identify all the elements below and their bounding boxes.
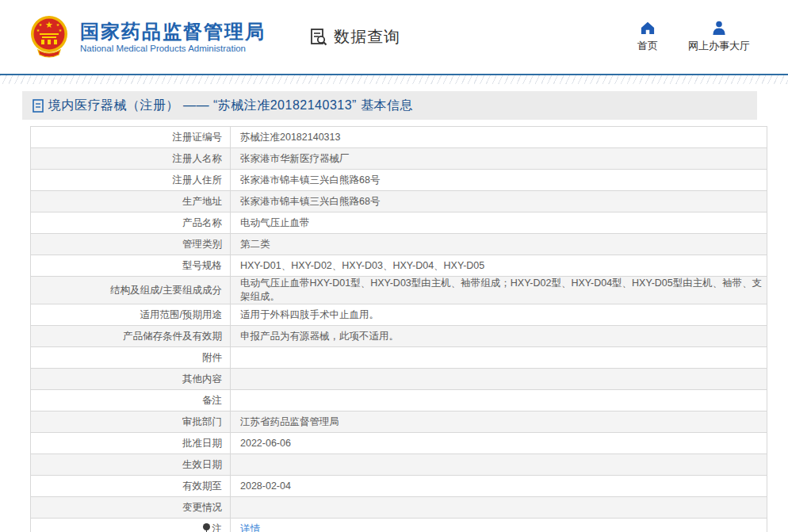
row-label: 注 <box>31 519 231 532</box>
row-value: 苏械注准20182140313 <box>231 127 767 148</box>
person-icon <box>711 21 727 35</box>
table-row: 附件 <box>31 347 767 369</box>
row-label: 产品名称 <box>31 212 231 234</box>
table-row: 有效期至 2028-02-04 <box>31 476 767 497</box>
table-row: 变更情况 <box>31 497 767 519</box>
svg-text:★: ★ <box>56 22 60 27</box>
top-nav: 首页 网上办事大厅 <box>637 21 750 53</box>
row-value: 江苏省药品监督管理局 <box>231 411 767 433</box>
home-icon <box>640 21 656 35</box>
table-row: 型号规格 HXY-D01、HXY-D02、HXY-D03、HXY-D04、HXY… <box>31 255 767 277</box>
row-value <box>231 347 767 369</box>
table-row: 注册人名称 张家港市华新医疗器械厂 <box>31 148 767 170</box>
table-row: 适用范围/预期用途 适用于外科四肢手术中止血用。 <box>31 304 767 326</box>
page-title: 境内医疗器械（注册） —— “苏械注准20182140313” 基本信息 <box>48 98 413 114</box>
table-row: 管理类别 第二类 <box>31 234 767 255</box>
national-emblem-icon: ★ ★ ★ ★ ★ <box>28 14 71 60</box>
row-label: 生产地址 <box>31 191 231 212</box>
row-label: 附件 <box>31 347 231 369</box>
page-title-bar: 境内医疗器械（注册） —— “苏械注准20182140313” 基本信息 <box>22 91 757 120</box>
row-value: 电动气压止血带HXY-D01型、HXY-D03型由主机、袖带组成；HXY-D02… <box>231 277 767 304</box>
table-row: 产品名称 电动气压止血带 <box>31 212 767 234</box>
row-label: 结构及组成/主要组成成分 <box>31 277 231 304</box>
row-label: 变更情况 <box>31 497 231 519</box>
site-title: 国家药品监督管理局 National Medical Products Admi… <box>80 21 266 54</box>
table-row: 生效日期 <box>31 454 767 476</box>
row-label: 产品储存条件及有效期 <box>31 326 231 347</box>
nav-item-service-hall[interactable]: 网上办事大厅 <box>688 21 750 53</box>
row-value: 第二类 <box>231 234 767 255</box>
row-value: 电动气压止血带 <box>231 212 767 234</box>
document-icon <box>33 99 44 113</box>
row-label: 注册人住所 <box>31 170 231 191</box>
doc-search-icon <box>309 28 328 47</box>
table-row: 产品储存条件及有效期 申报产品为有源器械，此项不适用。 <box>31 326 767 347</box>
row-label: 注册证编号 <box>31 127 231 148</box>
info-table: 注册证编号 苏械注准20182140313 注册人名称 张家港市华新医疗器械厂 … <box>30 126 767 532</box>
row-label: 注册人名称 <box>31 148 231 170</box>
row-value <box>231 497 767 519</box>
table-row: 生产地址 张家港市锦丰镇三兴白熊路68号 <box>31 191 767 212</box>
row-value: 张家港市华新医疗器械厂 <box>231 148 767 170</box>
row-label: 适用范围/预期用途 <box>31 304 231 326</box>
table-row: 其他内容 <box>31 369 767 390</box>
row-label: 管理类别 <box>31 234 231 255</box>
table-row: 审批部门 江苏省药品监督管理局 <box>31 411 767 433</box>
row-value: 2028-02-04 <box>231 476 767 497</box>
row-value: 张家港市锦丰镇三兴白熊路68号 <box>231 191 767 212</box>
nav-item-home[interactable]: 首页 <box>637 21 658 53</box>
table-row: 注册人住所 张家港市锦丰镇三兴白熊路68号 <box>31 170 767 191</box>
site-title-en: National Medical Products Administration <box>80 44 266 53</box>
row-label: 生效日期 <box>31 454 231 476</box>
table-row: 备注 <box>31 390 767 411</box>
table-row: 注 详情 <box>31 519 767 532</box>
row-value: HXY-D01、HXY-D02、HXY-D03、HXY-D04、HXY-D05 <box>231 255 767 277</box>
table-row: 批准日期 2022-06-06 <box>31 433 767 454</box>
row-label: 审批部门 <box>31 411 231 433</box>
hatch-strip <box>0 75 788 84</box>
row-label: 有效期至 <box>31 476 231 497</box>
pin-icon <box>203 523 210 532</box>
row-value <box>231 454 767 476</box>
row-value: 适用于外科四肢手术中止血用。 <box>231 304 767 326</box>
info-table-body: 注册证编号 苏械注准20182140313 注册人名称 张家港市华新医疗器械厂 … <box>31 127 767 532</box>
site-title-cn: 国家药品监督管理局 <box>80 21 266 43</box>
table-row: 结构及组成/主要组成成分 电动气压止血带HXY-D01型、HXY-D03型由主机… <box>31 277 767 304</box>
data-query-nav[interactable]: 数据查询 <box>309 26 400 48</box>
row-label: 备注 <box>31 390 231 411</box>
nav-item-label: 首页 <box>637 39 658 53</box>
row-label: 其他内容 <box>31 369 231 390</box>
row-value: 2022-06-06 <box>231 433 767 454</box>
data-query-label: 数据查询 <box>334 26 400 48</box>
svg-text:★: ★ <box>36 28 40 33</box>
table-row: 注册证编号 苏械注准20182140313 <box>31 127 767 148</box>
detail-link[interactable]: 详情 <box>240 523 260 532</box>
row-value: 张家港市锦丰镇三兴白熊路68号 <box>231 170 767 191</box>
site-logo[interactable]: ★ ★ ★ ★ ★ 国家药品监督管理局 National Medical Pro… <box>28 14 266 60</box>
nav-item-label: 网上办事大厅 <box>688 39 750 53</box>
site-header: ★ ★ ★ ★ ★ 国家药品监督管理局 National Medical Pro… <box>0 0 788 74</box>
svg-text:★: ★ <box>59 28 63 33</box>
row-value <box>231 390 767 411</box>
row-value: 申报产品为有源器械，此项不适用。 <box>231 326 767 347</box>
row-label: 型号规格 <box>31 255 231 277</box>
svg-text:★: ★ <box>45 20 53 29</box>
row-value <box>231 369 767 390</box>
row-value: 详情 <box>231 519 767 532</box>
row-label: 批准日期 <box>31 433 231 454</box>
svg-text:★: ★ <box>39 22 43 27</box>
